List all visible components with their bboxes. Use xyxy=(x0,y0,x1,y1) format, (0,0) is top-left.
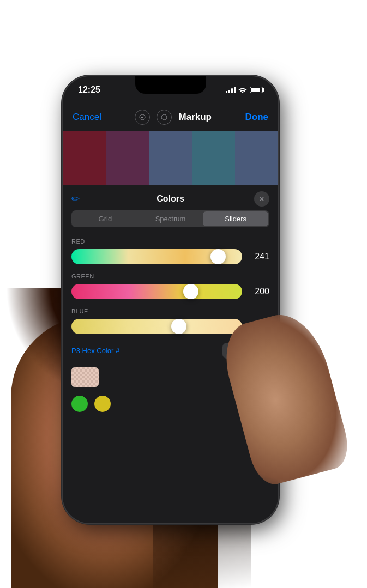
swatch-1 xyxy=(63,131,106,185)
swatch-4 xyxy=(192,131,235,185)
status-icons xyxy=(226,87,263,93)
nav-bar: Cancel Markup Done xyxy=(63,104,278,131)
wifi-icon xyxy=(238,87,247,93)
blue-label: BLUE xyxy=(71,308,269,314)
cancel-button[interactable]: Cancel xyxy=(73,112,101,123)
status-time: 12:25 xyxy=(78,85,100,95)
close-button[interactable]: × xyxy=(254,191,269,207)
notch xyxy=(135,76,206,94)
phone-screen: 12:25 Cancel xyxy=(63,76,278,523)
done-button[interactable]: Done xyxy=(245,112,268,123)
green-label: GREEN xyxy=(71,273,269,280)
nav-icon-1[interactable] xyxy=(135,110,150,125)
battery-icon xyxy=(250,87,263,93)
green-slider-row: 200 xyxy=(71,284,269,299)
tab-grid[interactable]: Grid xyxy=(73,211,138,226)
pencil-icon: ✏ xyxy=(71,193,80,205)
panel-title: Colors xyxy=(157,194,184,204)
phone: 12:25 Cancel xyxy=(63,76,278,523)
swatch-3 xyxy=(149,131,192,185)
color-dot-yellow[interactable] xyxy=(94,396,111,412)
green-slider-section: GREEN 200 xyxy=(71,273,269,299)
green-value: 200 xyxy=(249,287,269,296)
swatch-2 xyxy=(106,131,149,185)
tab-spectrum[interactable]: Spectrum xyxy=(138,211,203,226)
red-slider-thumb[interactable] xyxy=(210,249,226,264)
color-swatches xyxy=(63,131,278,185)
red-value: 241 xyxy=(249,252,269,262)
nav-center: Markup xyxy=(135,110,211,125)
red-slider-section: RED 241 xyxy=(71,238,269,264)
tab-sliders[interactable]: Sliders xyxy=(203,211,268,226)
red-slider-track[interactable] xyxy=(71,249,242,264)
swatch-5 xyxy=(235,131,278,185)
red-slider-row: 241 xyxy=(71,249,269,264)
tabs: Grid Spectrum Sliders xyxy=(71,210,269,227)
color-dot-green[interactable] xyxy=(71,396,88,412)
blue-slider-track[interactable] xyxy=(71,319,242,334)
green-slider-thumb[interactable] xyxy=(183,284,198,299)
green-slider-track[interactable] xyxy=(71,284,242,299)
signal-icon xyxy=(226,87,236,93)
panel-header: ✏ Colors × xyxy=(71,185,269,210)
svg-point-1 xyxy=(161,114,167,120)
opacity-swatch xyxy=(71,367,99,387)
svg-point-0 xyxy=(140,114,145,120)
hex-label[interactable]: P3 Hex Color # xyxy=(71,347,119,355)
blue-slider-thumb[interactable] xyxy=(171,319,186,334)
red-label: RED xyxy=(71,238,269,245)
nav-title: Markup xyxy=(178,112,211,123)
nav-icon-2[interactable] xyxy=(157,110,172,125)
